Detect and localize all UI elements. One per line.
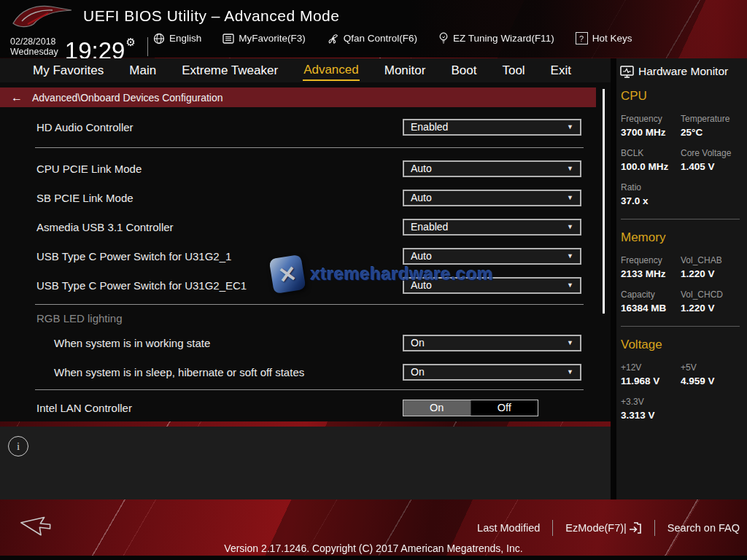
version-copyright-text: Version 2.17.1246. Copyright (C) 2017 Am… <box>0 542 747 554</box>
tab-extreme-tweaker[interactable]: Extreme Tweaker <box>181 61 279 80</box>
dropdown-value: On <box>411 366 425 378</box>
globe-icon <box>153 33 165 44</box>
stat-label: +5V <box>681 362 747 373</box>
divider <box>147 37 148 56</box>
stat-value: 16384 MB <box>621 303 681 314</box>
bottom-strip <box>0 556 747 560</box>
setting-label: USB Type C Power Switch for U31G2_EC1 <box>36 279 247 292</box>
back-arrow-icon[interactable]: ← <box>11 91 23 104</box>
stat-label: Frequency <box>621 255 681 265</box>
setting-row: Intel LAN Controller On Off <box>0 397 611 418</box>
divider <box>35 304 584 305</box>
hot-keys-label: Hot Keys <box>592 33 632 44</box>
info-icon: i <box>8 436 28 456</box>
tab-boot[interactable]: Boot <box>450 61 477 80</box>
app-title: UEFI BIOS Utility – Advanced Mode <box>83 7 339 25</box>
setting-label: SB PCIE Link Mode <box>36 192 133 204</box>
stat-label: Vol_CHAB <box>681 255 747 265</box>
tab-advanced[interactable]: Advanced <box>303 61 360 81</box>
stat-value: 3.313 V <box>621 410 681 421</box>
hm-stat: Temperature 25°C <box>681 114 747 138</box>
ezmode-button[interactable]: EzMode(F7)| <box>565 522 642 534</box>
rgb-working-state-dropdown[interactable]: On ▼ <box>403 335 581 351</box>
stat-value: 1.220 V <box>681 268 747 279</box>
breadcrumb: ← Advanced\Onboard Devices Configuration <box>0 88 596 107</box>
stat-value: 4.959 V <box>681 376 747 386</box>
toggle-on-option[interactable]: On <box>403 400 471 416</box>
chevron-down-icon: ▼ <box>567 281 573 289</box>
chevron-down-icon: ▼ <box>567 165 573 172</box>
stat-label: +12V <box>621 362 681 373</box>
tab-my-favorites[interactable]: My Favorites <box>32 61 104 80</box>
divider <box>621 326 740 327</box>
search-on-faq-button[interactable]: Search on FAQ <box>667 522 740 534</box>
hm-section-voltage: Voltage <box>621 338 747 352</box>
setting-label: CPU PCIE Link Mode <box>36 163 142 175</box>
last-modified-button[interactable]: Last Modified <box>477 522 540 534</box>
language-selector[interactable]: English <box>153 33 201 44</box>
setting-label: Intel LAN Controller <box>36 402 132 414</box>
enter-ezmode-icon <box>629 522 642 534</box>
hm-stat: Frequency 2133 MHz <box>621 255 681 279</box>
ez-tuning-label: EZ Tuning Wizard(F11) <box>453 33 554 44</box>
tab-exit[interactable]: Exit <box>550 61 572 80</box>
setting-label: HD Audio Controller <box>36 121 133 133</box>
stat-value: 11.968 V <box>621 376 681 386</box>
tab-monitor[interactable]: Monitor <box>384 61 427 80</box>
hm-cpu-grid: Frequency 3700 MHz Temperature 25°C BCLK… <box>621 104 747 206</box>
setting-row: USB Type C Power Switch for U31G2_1 Auto… <box>0 246 611 266</box>
hot-keys-button[interactable]: ? Hot Keys <box>576 32 632 44</box>
setting-row: When system is in working state On ▼ <box>0 332 611 353</box>
setting-row: CPU PCIE Link Mode Auto ▼ <box>0 158 611 179</box>
setting-label: Asmedia USB 3.1 Controller <box>36 221 174 233</box>
rgb-sleep-state-dropdown[interactable]: On ▼ <box>403 364 581 381</box>
divider <box>621 219 740 219</box>
hardware-monitor-header: Hardware Monitor <box>616 58 747 78</box>
my-favorite-label: MyFavorite(F3) <box>239 33 306 44</box>
cpu-pcie-link-mode-dropdown[interactable]: Auto ▼ <box>403 160 581 177</box>
toggle-off-option[interactable]: Off <box>471 400 538 416</box>
stat-label: Temperature <box>681 114 747 124</box>
stat-label: Frequency <box>621 114 681 124</box>
usb-typec-u31g2-ec1-dropdown[interactable]: Auto ▼ <box>403 277 581 294</box>
setting-label: When system is in sleep, hibernate or so… <box>54 366 304 378</box>
stat-value: 1.405 V <box>681 161 747 172</box>
my-favorite-button[interactable]: MyFavorite(F3) <box>222 33 306 44</box>
hm-memory-grid: Frequency 2133 MHz Vol_CHAB 1.220 V Capa… <box>621 245 747 314</box>
rog-logo <box>6 1 76 31</box>
stat-value: 37.0 x <box>621 195 681 206</box>
setting-row: When system is in sleep, hibernate or so… <box>0 362 611 382</box>
hm-stat: Capacity 16384 MB <box>621 289 681 314</box>
stat-label: Capacity <box>621 289 681 300</box>
date-text: 02/28/2018 <box>10 36 58 47</box>
clock-settings-gear-icon[interactable]: ⚙ <box>125 36 135 48</box>
qfan-control-button[interactable]: Qfan Control(F6) <box>327 33 417 44</box>
stat-value: 25°C <box>681 127 747 138</box>
qfan-label: Qfan Control(F6) <box>344 33 417 44</box>
day-text: Wednesday <box>10 47 58 57</box>
dropdown-value: Auto <box>411 192 432 203</box>
lightbulb-icon <box>438 32 449 44</box>
hm-stat: BCLK 100.0 MHz <box>621 148 681 172</box>
main-menu-bar: My Favorites Main Extreme Tweaker Advanc… <box>0 58 616 82</box>
intel-lan-toggle[interactable]: On Off <box>403 400 538 416</box>
ezmode-label: EzMode(F7)| <box>565 522 627 534</box>
scrollbar-thumb[interactable] <box>603 89 605 314</box>
cursor-arrow-graphic <box>16 509 54 547</box>
dropdown-value: Auto <box>411 279 432 291</box>
usb-typec-u31g2-1-dropdown[interactable]: Auto ▼ <box>403 248 581 265</box>
hm-stat: Vol_CHAB 1.220 V <box>681 255 747 279</box>
ez-tuning-wizard-button[interactable]: EZ Tuning Wizard(F11) <box>438 32 554 44</box>
chevron-down-icon: ▼ <box>567 123 573 131</box>
hm-stat: +3.3V 3.313 V <box>621 397 681 421</box>
stat-label: Core Voltage <box>681 148 747 158</box>
sb-pcie-link-mode-dropdown[interactable]: Auto ▼ <box>403 190 581 206</box>
hd-audio-dropdown[interactable]: Enabled ▼ <box>403 119 581 136</box>
hm-section-memory: Memory <box>621 230 747 245</box>
tab-main[interactable]: Main <box>128 61 157 80</box>
tab-tool[interactable]: Tool <box>501 61 525 80</box>
stat-value: 100.0 MHz <box>621 161 681 172</box>
divider <box>654 520 655 536</box>
asmedia-usb31-dropdown[interactable]: Enabled ▼ <box>403 219 581 236</box>
stat-label: +3.3V <box>621 397 681 407</box>
